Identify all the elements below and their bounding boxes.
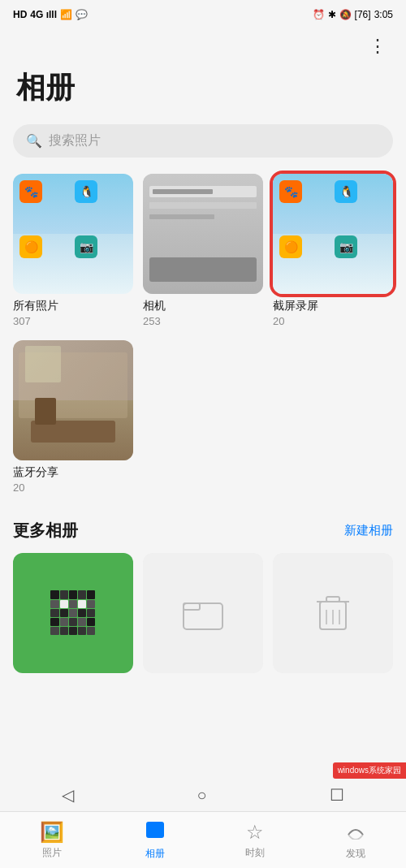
more-album-thumb-minecraft xyxy=(13,553,133,673)
album-count-camera: 253 xyxy=(143,315,263,327)
photos-nav-icon: 🖼️ xyxy=(40,821,64,844)
back-button[interactable]: ◁ xyxy=(62,785,74,805)
search-bar[interactable]: 🔍 搜索照片 xyxy=(13,124,393,158)
album-thumb-bluetooth xyxy=(13,340,133,460)
svg-rect-1 xyxy=(184,603,200,610)
status-mute: 🔕 xyxy=(339,9,352,20)
status-bluetooth: ✱ xyxy=(328,9,336,20)
status-hd: HD xyxy=(13,9,27,20)
album-name-all-photos: 所有照片 xyxy=(13,299,133,313)
page-title: 相册 xyxy=(0,60,406,124)
status-signal: 4G ılll xyxy=(30,9,57,20)
nav-moments[interactable]: ☆ 时刻 xyxy=(235,814,274,866)
discover-nav-icon xyxy=(345,820,366,844)
bottom-nav: 🖼️ 照片 相册 ☆ 时刻 发现 xyxy=(0,811,406,868)
svg-rect-8 xyxy=(146,822,164,838)
more-album-minecraft[interactable] xyxy=(13,553,133,673)
album-name-bluetooth: 蓝牙分享 xyxy=(13,465,133,480)
more-album-thumb-folder xyxy=(143,553,263,673)
system-nav-bar: ◁ ○ ☐ xyxy=(0,779,406,811)
album-thumb-all-photos: 🐾 🐧 🟠 📷 xyxy=(13,174,133,294)
album-thumb-screenshot: 🐾 🐧 🟠 📷 xyxy=(273,174,393,294)
status-message: 💬 xyxy=(76,9,88,20)
albums-grid-row2: 蓝牙分享 20 xyxy=(0,340,406,507)
album-screenshot[interactable]: 🐾 🐧 🟠 📷 截屏录屏 20 xyxy=(273,174,393,327)
search-icon: 🔍 xyxy=(26,133,42,149)
more-menu-button[interactable]: ⋮ xyxy=(362,32,393,60)
svg-rect-0 xyxy=(184,603,222,629)
album-count-all-photos: 307 xyxy=(13,315,133,327)
more-albums-grid xyxy=(13,553,393,673)
nav-discover[interactable]: 发现 xyxy=(335,814,376,867)
header: ⋮ xyxy=(0,29,406,60)
album-name-screenshot: 截屏录屏 xyxy=(273,299,393,313)
search-input[interactable]: 搜索照片 xyxy=(49,132,101,149)
more-album-folder[interactable] xyxy=(143,553,263,673)
app-icon-paw2: 🐾 xyxy=(279,180,302,203)
app-icon-paw: 🐾 xyxy=(19,180,42,203)
app-icon-green2: 📷 xyxy=(335,235,357,258)
more-albums-title: 更多相册 xyxy=(13,520,78,542)
status-right: ⏰ ✱ 🔕 [76] 3:05 xyxy=(313,9,393,20)
status-time: 3:05 xyxy=(374,9,393,20)
home-button[interactable]: ○ xyxy=(197,786,206,805)
discover-nav-label: 发现 xyxy=(346,847,365,861)
album-all-photos[interactable]: 🐾 🐧 🟠 📷 所有照片 307 xyxy=(13,174,133,327)
app-icon-orange: 🟠 xyxy=(19,235,42,258)
nav-albums[interactable]: 相册 xyxy=(135,814,175,867)
more-albums-header: 更多相册 新建相册 xyxy=(13,520,393,542)
status-alarm: ⏰ xyxy=(313,9,325,20)
more-album-trash[interactable] xyxy=(273,553,393,673)
status-left: HD 4G ılll 📶 💬 xyxy=(13,9,88,20)
app-icon-green: 📷 xyxy=(75,235,97,258)
album-camera[interactable]: 相机 253 xyxy=(143,174,263,327)
svg-rect-4 xyxy=(326,597,339,602)
moments-nav-label: 时刻 xyxy=(245,846,265,860)
recent-button[interactable]: ☐ xyxy=(330,785,344,805)
moments-nav-icon: ☆ xyxy=(246,821,264,844)
album-thumb-camera xyxy=(143,174,263,294)
nav-photos[interactable]: 🖼️ 照片 xyxy=(30,814,74,866)
album-count-bluetooth: 20 xyxy=(13,482,133,494)
app-icon-penguin: 🐧 xyxy=(75,180,97,203)
status-wifi: 📶 xyxy=(60,9,72,20)
album-name-camera: 相机 xyxy=(143,299,263,313)
watermark: windows系统家园 xyxy=(333,762,406,779)
more-albums-section: 更多相册 新建相册 xyxy=(0,507,406,673)
more-album-thumb-trash xyxy=(273,553,393,673)
new-album-button[interactable]: 新建相册 xyxy=(344,523,393,538)
photos-nav-label: 照片 xyxy=(42,846,62,860)
folder-icon xyxy=(182,595,224,631)
albums-nav-label: 相册 xyxy=(145,847,165,861)
album-count-screenshot: 20 xyxy=(273,315,393,327)
app-icon-penguin2: 🐧 xyxy=(335,180,357,203)
status-battery: [76] xyxy=(355,9,371,20)
albums-grid: 🐾 🐧 🟠 📷 所有照片 307 xyxy=(0,174,406,340)
trash-icon xyxy=(315,594,351,633)
status-bar: HD 4G ılll 📶 💬 ⏰ ✱ 🔕 [76] 3:05 xyxy=(0,0,406,29)
app-icon-orange2: 🟠 xyxy=(279,235,302,258)
album-bluetooth[interactable]: 蓝牙分享 20 xyxy=(13,340,133,494)
albums-nav-icon xyxy=(145,820,166,844)
